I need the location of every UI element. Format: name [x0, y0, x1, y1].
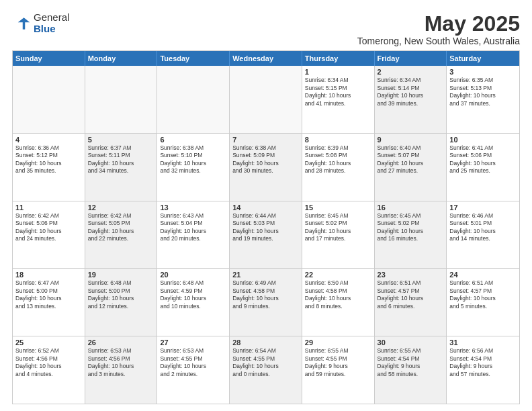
calendar-day-cell: 3Sunrise: 6:35 AM Sunset: 5:13 PM Daylig…: [447, 66, 519, 133]
day-number: 16: [378, 203, 444, 212]
calendar-day-cell: 9Sunrise: 6:40 AM Sunset: 5:07 PM Daylig…: [375, 134, 447, 201]
svg-marker-0: [18, 17, 30, 30]
calendar-day-cell: 5Sunrise: 6:37 AM Sunset: 5:11 PM Daylig…: [85, 134, 158, 201]
calendar-day-cell: 2Sunrise: 6:34 AM Sunset: 5:14 PM Daylig…: [375, 66, 447, 133]
day-info: Sunrise: 6:51 AM Sunset: 4:57 PM Dayligh…: [449, 279, 517, 310]
header: General Blue May 2025 Tomerong, New Sout…: [12, 12, 520, 46]
day-number: 18: [15, 271, 82, 279]
day-info: Sunrise: 6:41 AM Sunset: 5:06 PM Dayligh…: [449, 144, 517, 175]
day-info: Sunrise: 6:35 AM Sunset: 5:13 PM Dayligh…: [449, 77, 517, 107]
calendar-week-row: 1Sunrise: 6:34 AM Sunset: 5:15 PM Daylig…: [13, 66, 519, 134]
calendar-day-cell: 17Sunrise: 6:46 AM Sunset: 5:01 PM Dayli…: [447, 201, 519, 269]
day-number: 8: [305, 136, 371, 144]
calendar-day-cell: [85, 66, 158, 133]
day-number: 20: [160, 271, 226, 279]
day-info: Sunrise: 6:56 AM Sunset: 4:54 PM Dayligh…: [449, 347, 517, 378]
day-info: Sunrise: 6:47 AM Sunset: 5:00 PM Dayligh…: [15, 279, 82, 310]
day-info: Sunrise: 6:48 AM Sunset: 5:00 PM Dayligh…: [88, 279, 154, 310]
day-number: 26: [88, 338, 154, 347]
day-number: 7: [232, 136, 299, 144]
calendar-day-cell: 11Sunrise: 6:42 AM Sunset: 5:06 PM Dayli…: [13, 201, 85, 269]
calendar-day-cell: 1Sunrise: 6:34 AM Sunset: 5:15 PM Daylig…: [302, 66, 375, 133]
day-info: Sunrise: 6:49 AM Sunset: 4:58 PM Dayligh…: [232, 279, 299, 310]
day-number: 27: [160, 338, 226, 347]
logo-blue: Blue: [34, 24, 69, 35]
day-info: Sunrise: 6:52 AM Sunset: 4:56 PM Dayligh…: [15, 347, 82, 378]
calendar-day-cell: 13Sunrise: 6:43 AM Sunset: 5:04 PM Dayli…: [157, 201, 230, 269]
day-number: 30: [378, 338, 444, 347]
calendar-day-cell: 29Sunrise: 6:55 AM Sunset: 4:55 PM Dayli…: [302, 336, 375, 404]
calendar-day-cell: 21Sunrise: 6:49 AM Sunset: 4:58 PM Dayli…: [230, 269, 302, 336]
day-number: 6: [160, 136, 226, 144]
day-number: 9: [378, 136, 444, 144]
calendar-day-cell: 31Sunrise: 6:56 AM Sunset: 4:54 PM Dayli…: [447, 336, 519, 404]
calendar-week-row: 4Sunrise: 6:36 AM Sunset: 5:12 PM Daylig…: [13, 134, 519, 201]
day-info: Sunrise: 6:46 AM Sunset: 5:01 PM Dayligh…: [449, 212, 517, 243]
calendar-day-cell: 24Sunrise: 6:51 AM Sunset: 4:57 PM Dayli…: [447, 269, 519, 336]
day-info: Sunrise: 6:42 AM Sunset: 5:06 PM Dayligh…: [15, 212, 82, 243]
day-info: Sunrise: 6:53 AM Sunset: 4:55 PM Dayligh…: [160, 347, 226, 378]
calendar-day-cell: 4Sunrise: 6:36 AM Sunset: 5:12 PM Daylig…: [13, 134, 85, 201]
day-info: Sunrise: 6:45 AM Sunset: 5:02 PM Dayligh…: [305, 212, 371, 243]
day-number: 2: [378, 68, 444, 76]
day-info: Sunrise: 6:42 AM Sunset: 5:05 PM Dayligh…: [88, 212, 154, 243]
day-of-week-header: Wednesday: [230, 51, 302, 66]
calendar-week-row: 18Sunrise: 6:47 AM Sunset: 5:00 PM Dayli…: [13, 269, 519, 336]
logo-icon: [12, 14, 31, 33]
calendar: SundayMondayTuesdayWednesdayThursdayFrid…: [12, 50, 520, 404]
day-of-week-header: Friday: [375, 51, 447, 66]
day-info: Sunrise: 6:51 AM Sunset: 4:57 PM Dayligh…: [378, 279, 444, 310]
calendar-day-cell: 18Sunrise: 6:47 AM Sunset: 5:00 PM Dayli…: [13, 269, 85, 336]
calendar-subtitle: Tomerong, New South Wales, Australia: [357, 36, 520, 46]
day-of-week-header: Monday: [85, 51, 158, 66]
day-number: 11: [15, 203, 82, 212]
calendar-day-cell: [13, 66, 85, 133]
calendar-day-cell: 23Sunrise: 6:51 AM Sunset: 4:57 PM Dayli…: [375, 269, 447, 336]
day-info: Sunrise: 6:36 AM Sunset: 5:12 PM Dayligh…: [15, 144, 82, 175]
day-info: Sunrise: 6:34 AM Sunset: 5:14 PM Dayligh…: [378, 77, 444, 107]
day-number: 12: [88, 203, 154, 212]
day-info: Sunrise: 6:48 AM Sunset: 4:59 PM Dayligh…: [160, 279, 226, 310]
day-number: 19: [88, 271, 154, 279]
calendar-day-cell: 16Sunrise: 6:45 AM Sunset: 5:02 PM Dayli…: [375, 201, 447, 269]
day-number: 21: [232, 271, 299, 279]
day-number: 28: [232, 338, 299, 347]
day-number: 14: [232, 203, 299, 212]
day-number: 10: [449, 136, 517, 144]
day-info: Sunrise: 6:55 AM Sunset: 4:54 PM Dayligh…: [378, 347, 444, 378]
day-number: 3: [449, 68, 517, 76]
calendar-day-cell: 8Sunrise: 6:39 AM Sunset: 5:08 PM Daylig…: [302, 134, 375, 201]
calendar-week-row: 11Sunrise: 6:42 AM Sunset: 5:06 PM Dayli…: [13, 201, 519, 269]
calendar-day-cell: 28Sunrise: 6:54 AM Sunset: 4:55 PM Dayli…: [230, 336, 302, 404]
day-number: 25: [15, 338, 82, 347]
day-number: 31: [449, 338, 517, 347]
day-of-week-header: Sunday: [13, 51, 85, 66]
day-number: 1: [305, 68, 371, 76]
day-number: 23: [378, 271, 444, 279]
day-info: Sunrise: 6:54 AM Sunset: 4:55 PM Dayligh…: [232, 347, 299, 378]
day-of-week-header: Thursday: [302, 51, 375, 66]
page: General Blue May 2025 Tomerong, New Sout…: [0, 0, 532, 411]
logo: General Blue: [12, 12, 69, 34]
title-block: May 2025 Tomerong, New South Wales, Aust…: [357, 12, 520, 46]
calendar-day-cell: 19Sunrise: 6:48 AM Sunset: 5:00 PM Dayli…: [85, 269, 158, 336]
calendar-day-cell: 10Sunrise: 6:41 AM Sunset: 5:06 PM Dayli…: [447, 134, 519, 201]
day-number: 22: [305, 271, 371, 279]
day-info: Sunrise: 6:50 AM Sunset: 4:58 PM Dayligh…: [305, 279, 371, 310]
day-number: 4: [15, 136, 82, 144]
day-number: 29: [305, 338, 371, 347]
day-info: Sunrise: 6:45 AM Sunset: 5:02 PM Dayligh…: [378, 212, 444, 243]
day-number: 5: [88, 136, 154, 144]
calendar-day-cell: 15Sunrise: 6:45 AM Sunset: 5:02 PM Dayli…: [302, 201, 375, 269]
calendar-day-cell: 22Sunrise: 6:50 AM Sunset: 4:58 PM Dayli…: [302, 269, 375, 336]
day-number: 24: [449, 271, 517, 279]
day-number: 15: [305, 203, 371, 212]
calendar-day-cell: [230, 66, 302, 133]
calendar-day-cell: 26Sunrise: 6:53 AM Sunset: 4:56 PM Dayli…: [85, 336, 158, 404]
calendar-day-cell: [157, 66, 230, 133]
day-info: Sunrise: 6:39 AM Sunset: 5:08 PM Dayligh…: [305, 144, 371, 175]
calendar-body: 1Sunrise: 6:34 AM Sunset: 5:15 PM Daylig…: [13, 66, 519, 404]
logo-general: General: [34, 12, 69, 24]
day-info: Sunrise: 6:55 AM Sunset: 4:55 PM Dayligh…: [305, 347, 371, 378]
day-info: Sunrise: 6:37 AM Sunset: 5:11 PM Dayligh…: [88, 144, 154, 175]
